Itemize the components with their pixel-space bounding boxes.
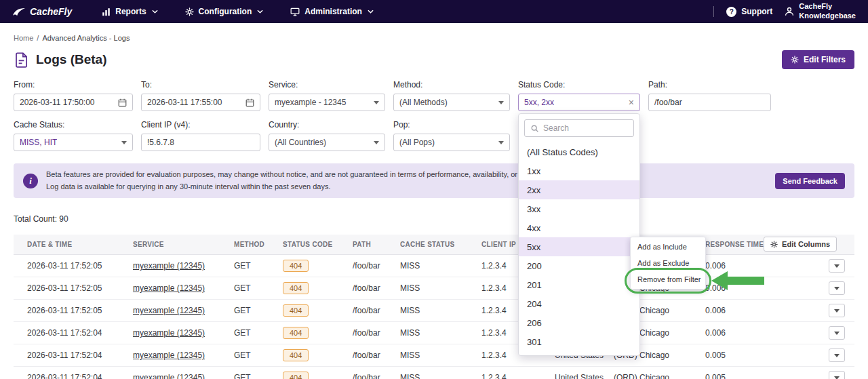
- bar-chart-icon: [102, 7, 111, 16]
- log-client-ip-cell: 1.2.3.4: [481, 373, 555, 379]
- breadcrumb-home[interactable]: Home: [14, 34, 33, 42]
- filter-country: Country: (All Countries): [269, 120, 385, 151]
- status-option-301[interactable]: 301: [519, 332, 639, 351]
- row-actions-button[interactable]: [829, 259, 845, 273]
- status-option-all-status-codes[interactable]: (All Status Codes): [519, 142, 639, 161]
- table-row: 2026-03-11 17:52:04myexample (12345)GET4…: [14, 367, 854, 379]
- service-link[interactable]: myexample (12345): [133, 373, 205, 379]
- dropdown-search-input[interactable]: [543, 123, 628, 133]
- log-cache-status-cell: MISS: [400, 373, 481, 379]
- service-link[interactable]: myexample (12345): [133, 261, 205, 271]
- edit-filters-button[interactable]: Edit Filters: [782, 50, 854, 69]
- log-response-time-cell: 0.005: [705, 373, 780, 379]
- service-link[interactable]: myexample (12345): [133, 328, 205, 338]
- context-menu-item-add-as-include[interactable]: Add as Include: [631, 239, 705, 255]
- log-response-time-cell: 0.005: [705, 351, 780, 360]
- status-option-3xx[interactable]: 3xx: [519, 199, 639, 218]
- caret-down-icon: [498, 101, 504, 104]
- client-ip-input[interactable]: [147, 138, 254, 147]
- context-menu-item-add-as-exclude[interactable]: Add as Exclude: [631, 255, 705, 271]
- brand-label: CacheFly: [30, 6, 72, 17]
- log-cache-status-cell: MISS: [400, 328, 481, 338]
- log-service-cell: myexample (12345): [133, 261, 234, 271]
- log-status-cell: 404: [283, 372, 353, 379]
- method-select-value: (All Methods): [399, 98, 448, 107]
- calendar-icon[interactable]: [118, 98, 127, 107]
- edit-columns-button[interactable]: Edit Columns: [764, 237, 837, 252]
- row-actions-button[interactable]: [829, 348, 845, 362]
- context-menu-item-remove-from-filter[interactable]: Remove from Filter: [631, 271, 705, 287]
- status-code-dropdown: (All Status Codes)1xx2xx3xx4xx5xx2002012…: [518, 113, 640, 356]
- from-input-wrap: [14, 94, 133, 111]
- log-method-cell: GET: [234, 351, 283, 360]
- user-icon: [785, 7, 794, 16]
- filter-pop: Pop: (All Pops): [393, 120, 510, 151]
- status-code-badge: 404: [283, 304, 309, 317]
- row-actions-button[interactable]: [829, 304, 845, 317]
- log-datetime-cell: 2026-03-11 17:52:04: [14, 373, 133, 379]
- status-code-badge: 404: [283, 260, 309, 272]
- row-actions-button[interactable]: [829, 326, 845, 340]
- filter-from: From:: [14, 80, 133, 111]
- nav-knowledgebase[interactable]: CacheFly Knowledgebase: [785, 2, 856, 21]
- pop-select[interactable]: (All Pops): [393, 134, 510, 151]
- send-feedback-button[interactable]: Send Feedback: [775, 173, 845, 189]
- status-code-multiselect[interactable]: 5xx, 2xx ×: [518, 94, 640, 111]
- nav-administration[interactable]: Administration: [290, 7, 374, 16]
- status-code-label: Status Code:: [518, 80, 640, 89]
- to-label: To:: [141, 80, 260, 89]
- log-path-cell: /foo/bar: [353, 351, 400, 360]
- monitor-icon: [290, 7, 300, 16]
- column-header-status-code: STATUS CODE: [283, 241, 353, 248]
- table-row: 2026-03-11 17:52:04myexample (12345)GET4…: [14, 322, 854, 344]
- log-cache-status-cell: MISS: [400, 261, 481, 271]
- status-option-2xx[interactable]: 2xx: [519, 180, 639, 199]
- log-service-cell: myexample (12345): [133, 373, 234, 379]
- client-ip-label: Client IP (v4):: [141, 120, 260, 129]
- clear-filter-icon[interactable]: ×: [629, 98, 634, 107]
- chevron-down-icon: [152, 9, 158, 14]
- status-option-200[interactable]: 200: [519, 256, 639, 275]
- nav-support[interactable]: ? Support: [726, 7, 772, 17]
- path-label: Path:: [648, 80, 771, 89]
- status-option-206[interactable]: 206: [519, 313, 639, 332]
- service-link[interactable]: myexample (12345): [133, 306, 205, 315]
- knowledgebase-label: CacheFly Knowledgebase: [799, 2, 856, 21]
- service-select[interactable]: myexample - 12345: [269, 94, 385, 111]
- from-date-input[interactable]: [20, 98, 114, 107]
- path-input[interactable]: [654, 98, 765, 107]
- cache-status-multiselect[interactable]: MISS, HIT: [14, 134, 133, 151]
- calendar-icon[interactable]: [245, 98, 254, 107]
- cache-status-label: Cache Status:: [14, 120, 133, 129]
- nav-reports[interactable]: Reports: [102, 7, 157, 16]
- chevron-down-icon: [257, 9, 263, 14]
- row-actions-button[interactable]: [829, 281, 845, 295]
- country-select[interactable]: (All Countries): [269, 134, 385, 151]
- status-option-1xx[interactable]: 1xx: [519, 161, 639, 180]
- status-code-badge: 404: [283, 349, 309, 361]
- cachefly-logo[interactable]: CacheFly: [12, 6, 72, 17]
- log-status-cell: 404: [283, 282, 353, 294]
- status-option-4xx[interactable]: 4xx: [519, 218, 639, 237]
- gear-icon: [791, 56, 799, 64]
- status-option-204[interactable]: 204: [519, 294, 639, 313]
- log-datetime-cell: 2026-03-11 17:52:04: [14, 351, 133, 360]
- log-actions-cell: [780, 326, 854, 340]
- log-service-cell: myexample (12345): [133, 328, 234, 338]
- method-select[interactable]: (All Methods): [393, 94, 510, 111]
- filter-path: Path:: [648, 80, 771, 111]
- status-option-5xx[interactable]: 5xx: [519, 237, 639, 256]
- service-link[interactable]: myexample (12345): [133, 283, 205, 293]
- log-path-cell: /foo/bar: [353, 261, 400, 271]
- column-header-date-time: DATE & TIME: [14, 241, 133, 248]
- table-header-row: Edit Columns DATE & TIMESERVICEMETHODSTA…: [14, 235, 854, 255]
- log-pop-cell: (ORD) Chicago: [614, 373, 705, 379]
- country-label: Country:: [269, 120, 385, 129]
- to-date-input[interactable]: [147, 98, 241, 107]
- row-actions-button[interactable]: [829, 371, 845, 379]
- log-status-cell: 404: [283, 304, 353, 317]
- caret-down-icon: [834, 332, 840, 335]
- status-option-201[interactable]: 201: [519, 275, 639, 294]
- nav-configuration[interactable]: Configuration: [185, 7, 264, 16]
- service-link[interactable]: myexample (12345): [133, 351, 205, 360]
